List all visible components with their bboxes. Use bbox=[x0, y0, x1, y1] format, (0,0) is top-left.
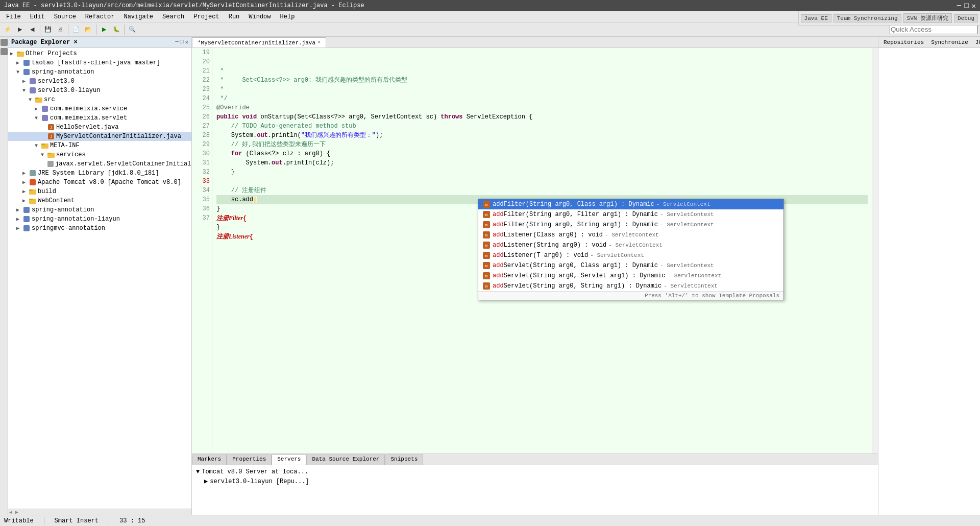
tree-item[interactable]: ▼services bbox=[8, 150, 191, 159]
ac-method-text: addFilter(String arg0, Class arg1) : Dyn… bbox=[493, 201, 654, 208]
right-tab-repositories[interactable]: Repositories bbox=[880, 38, 927, 46]
tree-item[interactable]: javax.servlet.ServletContainerInitialize… bbox=[8, 159, 191, 169]
status-sep-2 bbox=[109, 517, 109, 524]
toolbar-btn-4[interactable]: 💾 bbox=[42, 24, 54, 35]
menu-item-file[interactable]: File bbox=[2, 12, 25, 21]
tree-item[interactable]: ▶WebContent bbox=[8, 196, 191, 205]
toolbar-run[interactable]: ▶ bbox=[99, 24, 110, 35]
toolbar-btn-3[interactable]: ◀ bbox=[27, 24, 38, 35]
menu-item-search[interactable]: Search bbox=[158, 12, 188, 21]
left-icon-1[interactable] bbox=[1, 39, 8, 46]
tree-item[interactable]: ▶Other Projects bbox=[8, 49, 191, 58]
bottom-tab-data-source-explorer[interactable]: Data Source Explorer bbox=[306, 455, 385, 465]
autocomplete-item[interactable]: maddListener(String arg0) : void - Servl… bbox=[478, 240, 783, 250]
menu-item-help[interactable]: Help bbox=[276, 12, 299, 21]
ac-item-icon: m bbox=[482, 282, 491, 290]
server-item[interactable]: ▶servlet3.0-liayun [Repu...] bbox=[194, 476, 876, 486]
pe-close-icon[interactable]: ✕ bbox=[185, 39, 188, 45]
menu-item-refactor[interactable]: Refactor bbox=[81, 12, 119, 21]
menu-item-navigate[interactable]: Navigate bbox=[119, 12, 157, 21]
svg-text:m: m bbox=[485, 223, 488, 227]
autocomplete-item[interactable]: maddListener(T arg0) : void - ServletCon… bbox=[478, 250, 783, 260]
tree-item[interactable]: ▶com.meimeixia.service bbox=[8, 104, 191, 113]
server-item[interactable]: ▼Tomcat v8.0 Server at loca... bbox=[194, 467, 876, 476]
svg-rect-26 bbox=[23, 216, 30, 222]
tree-item[interactable]: ▶servlet3.0 bbox=[8, 77, 191, 86]
bottom-tab-markers[interactable]: Markers bbox=[192, 455, 227, 465]
bottom-tab-servers[interactable]: Servers bbox=[272, 455, 306, 465]
autocomplete-item[interactable]: maddListener(Class arg0) : void - Servle… bbox=[478, 230, 783, 240]
toolbar-btn-open[interactable]: 📂 bbox=[83, 24, 94, 35]
toolbar-search[interactable]: 🔍 bbox=[127, 24, 138, 35]
tree-item[interactable]: ▶JRE System Library [jdk1.8.0_181] bbox=[8, 169, 191, 178]
editor-scrollbar[interactable] bbox=[872, 48, 878, 453]
maximize-button[interactable]: □ bbox=[964, 2, 968, 10]
autocomplete-item[interactable]: maddFilter(String arg0, Class arg1) : Dy… bbox=[478, 199, 783, 209]
autocomplete-item[interactable]: maddServlet(String arg0, Servlet arg1) :… bbox=[478, 271, 783, 281]
tree-item[interactable]: ▶taotao [fastdfs-client-java master] bbox=[8, 58, 191, 67]
status-sep-1 bbox=[44, 517, 44, 524]
minimize-button[interactable]: ─ bbox=[957, 2, 961, 10]
tree-item[interactable]: ▶build bbox=[8, 187, 191, 196]
tree-item[interactable]: ▶springmvc-annotation bbox=[8, 224, 191, 233]
ac-method-text: addListener(T arg0) : void bbox=[493, 252, 588, 259]
bottom-tab-snippets[interactable]: Snippets bbox=[385, 455, 423, 465]
editor-tab-main[interactable]: *MyServletContainerInitializer.java × bbox=[192, 37, 326, 47]
tree-label: JRE System Library [jdk1.8.0_181] bbox=[38, 170, 159, 177]
tree-item[interactable]: ▶spring-annotation bbox=[8, 205, 191, 214]
tree-item[interactable]: JHelloServlet.java bbox=[8, 123, 191, 132]
tree-item[interactable]: ▼META-INF bbox=[8, 141, 191, 150]
ac-method-text: addServlet(String arg0, String arg1) : D… bbox=[493, 282, 662, 290]
code-line: System.out.println(clz); bbox=[216, 158, 868, 168]
pe-minimize-icon[interactable]: ─ bbox=[175, 39, 179, 45]
right-tab-synchronize[interactable]: Synchronize bbox=[928, 38, 971, 46]
svg-rect-5 bbox=[30, 87, 36, 93]
tree-item[interactable]: ▼com.meimeixia.servlet bbox=[8, 113, 191, 123]
autocomplete-item[interactable]: maddServlet(String arg0, String arg1) : … bbox=[478, 281, 783, 291]
toolbar-btn-5[interactable]: 🖨 bbox=[55, 24, 66, 35]
menu-item-source[interactable]: Source bbox=[50, 12, 80, 21]
title-bar-controls[interactable]: ─ □ ✕ bbox=[957, 2, 976, 10]
tree-item[interactable]: JMyServletContainerInitializer.java bbox=[8, 132, 191, 141]
perspective-svn-资源库研究[interactable]: SVN 资源库研究 bbox=[903, 13, 952, 23]
toolbar-btn-2[interactable]: ▶ bbox=[14, 24, 26, 35]
tree-item[interactable]: ▼src bbox=[8, 95, 191, 104]
ac-method-text: addServlet(String arg0, Class arg1) : Dy… bbox=[493, 262, 658, 269]
close-button[interactable]: ✕ bbox=[972, 2, 976, 10]
tree-item[interactable]: ▼spring-annotation bbox=[8, 67, 191, 77]
autocomplete-item[interactable]: maddServlet(String arg0, Class arg1) : D… bbox=[478, 260, 783, 271]
left-icon-2[interactable] bbox=[1, 48, 8, 55]
bottom-tab-properties[interactable]: Properties bbox=[227, 455, 272, 465]
tree-icon bbox=[29, 169, 37, 177]
editor-tab-close[interactable]: × bbox=[317, 40, 321, 45]
tree-label: Apache Tomcat v8.0 [Apache Tomcat v8.0] bbox=[38, 179, 181, 186]
menu-item-project[interactable]: Project bbox=[189, 12, 223, 21]
tree-item[interactable]: ▶spring-annotation-liayun bbox=[8, 214, 191, 224]
autocomplete-item[interactable]: maddFilter(String arg0, String arg1) : D… bbox=[478, 220, 783, 230]
quick-access-input[interactable] bbox=[890, 25, 978, 34]
toolbar-debug[interactable]: 🐛 bbox=[111, 24, 122, 35]
server-label: Tomcat v8.0 Server at loca... bbox=[202, 468, 308, 475]
pe-maximize-icon[interactable]: □ bbox=[180, 39, 184, 45]
menu-item-run[interactable]: Run bbox=[225, 12, 244, 21]
line-number: 20 bbox=[192, 57, 210, 66]
perspective-team-synchronizing[interactable]: Team Synchronizing bbox=[834, 14, 901, 22]
ac-context-text: - ServletContext bbox=[605, 232, 659, 238]
tree-arrow: ▶ bbox=[16, 225, 22, 231]
menu-item-window[interactable]: Window bbox=[244, 12, 275, 21]
perspective-debug[interactable]: Debug bbox=[954, 14, 978, 22]
tree-label: com.meimeixia.service bbox=[50, 105, 127, 112]
autocomplete-item[interactable]: maddFilter(String arg0, Filter arg1) : D… bbox=[478, 209, 783, 220]
tree-item[interactable]: ▶Apache Tomcat v8.0 [Apache Tomcat v8.0] bbox=[8, 178, 191, 187]
tree-item[interactable]: ▼servlet3.0-liayun bbox=[8, 86, 191, 95]
toolbar-btn-1[interactable]: ⚡ bbox=[2, 24, 13, 35]
tree-label: taotao [fastdfs-client-java master] bbox=[32, 59, 160, 66]
server-icon: ▶ bbox=[204, 477, 208, 485]
right-tab-junit[interactable]: JUnit bbox=[972, 38, 980, 46]
ac-item-icon: m bbox=[482, 272, 491, 280]
toolbar-btn-new[interactable]: 📄 bbox=[70, 24, 82, 35]
perspective-java-ee[interactable]: Java EE bbox=[801, 14, 831, 22]
title-text: Java EE - servlet3.0-liayun/src/com/meim… bbox=[4, 2, 364, 9]
pe-scrollbar[interactable]: ◀ ▶ bbox=[8, 509, 191, 515]
menu-item-edit[interactable]: Edit bbox=[26, 12, 49, 21]
